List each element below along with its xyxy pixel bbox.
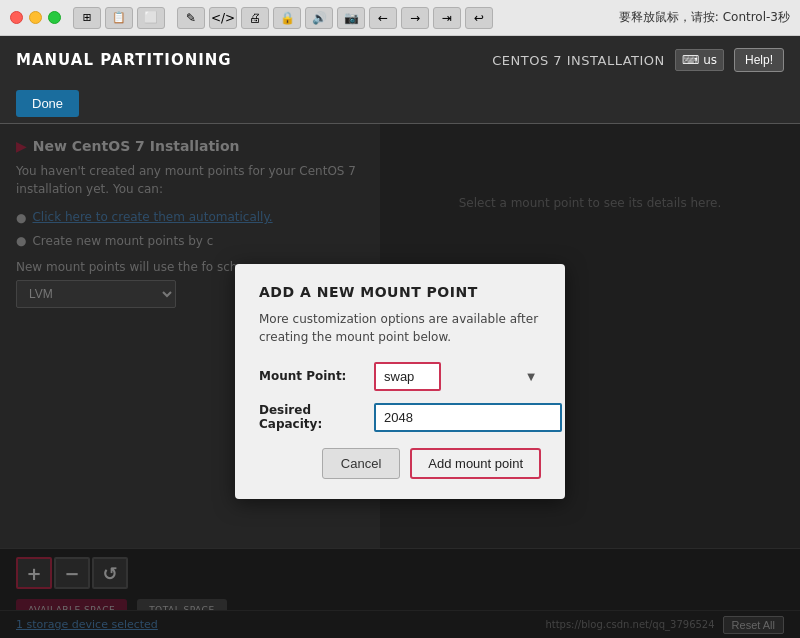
close-dot[interactable] bbox=[10, 11, 23, 24]
nav-cam-btn[interactable]: 📷 bbox=[337, 7, 365, 29]
capacity-field: Desired Capacity: bbox=[259, 403, 541, 432]
modal-overlay: ADD A NEW MOUNT POINT More customization… bbox=[0, 124, 800, 638]
window-btn[interactable]: ⬜ bbox=[137, 7, 165, 29]
maximize-dot[interactable] bbox=[48, 11, 61, 24]
nav-lock-btn[interactable]: 🔒 bbox=[273, 7, 301, 29]
screenshot-btn[interactable]: 📋 bbox=[105, 7, 133, 29]
titlebar: ⊞ 📋 ⬜ ✎ </> 🖨 🔒 🔊 📷 ← → ⇥ ↩ 要释放鼠标，请按: Co… bbox=[0, 0, 800, 36]
nav-extra-btn[interactable]: ⇥ bbox=[433, 7, 461, 29]
done-button[interactable]: Done bbox=[16, 90, 79, 117]
install-title: CENTOS 7 INSTALLATION bbox=[492, 53, 665, 68]
select-dropdown-icon: ▼ bbox=[527, 371, 535, 382]
keyboard-lang: us bbox=[703, 53, 717, 67]
modal-description: More customization options are available… bbox=[259, 310, 541, 346]
add-mount-point-dialog: ADD A NEW MOUNT POINT More customization… bbox=[235, 264, 565, 499]
main-content: ▶ New CentOS 7 Installation You haven't … bbox=[0, 124, 800, 638]
capacity-label: Desired Capacity: bbox=[259, 403, 374, 431]
window-controls bbox=[10, 11, 61, 24]
keyboard-icon: ⌨ bbox=[682, 53, 699, 67]
nav-fwd-btn[interactable]: → bbox=[401, 7, 429, 29]
help-button[interactable]: Help! bbox=[734, 48, 784, 72]
mount-point-select[interactable]: swap / /boot /home /boot/efi bbox=[374, 362, 441, 391]
sidebar-toggle-btn[interactable]: ⊞ bbox=[73, 7, 101, 29]
mount-point-label: Mount Point: bbox=[259, 369, 374, 383]
mount-point-select-wrapper: swap / /boot /home /boot/efi ▼ bbox=[374, 362, 541, 391]
minimize-dot[interactable] bbox=[29, 11, 42, 24]
modal-actions: Cancel Add mount point bbox=[259, 448, 541, 479]
modal-title: ADD A NEW MOUNT POINT bbox=[259, 284, 541, 300]
nav-print-btn[interactable]: 🖨 bbox=[241, 7, 269, 29]
nav-back-btn[interactable]: ← bbox=[369, 7, 397, 29]
toolbar: Done bbox=[0, 84, 800, 124]
nav-buttons: ✎ </> 🖨 🔒 🔊 📷 ← → ⇥ ↩ bbox=[177, 7, 493, 29]
nav-vol-btn[interactable]: 🔊 bbox=[305, 7, 333, 29]
capacity-input[interactable] bbox=[374, 403, 562, 432]
add-mount-point-button[interactable]: Add mount point bbox=[410, 448, 541, 479]
nav-extra2-btn[interactable]: ↩ bbox=[465, 7, 493, 29]
keyboard-selector[interactable]: ⌨ us bbox=[675, 49, 724, 71]
nav-code-btn[interactable]: </> bbox=[209, 7, 237, 29]
cancel-button[interactable]: Cancel bbox=[322, 448, 400, 479]
mount-point-field: Mount Point: swap / /boot /home /boot/ef… bbox=[259, 362, 541, 391]
titlebar-hint: 要释放鼠标，请按: Control-3秒 bbox=[619, 9, 790, 26]
nav-left1-btn[interactable]: ✎ bbox=[177, 7, 205, 29]
header-right: CENTOS 7 INSTALLATION ⌨ us Help! bbox=[492, 48, 784, 72]
app-header: MANUAL PARTITIONING CENTOS 7 INSTALLATIO… bbox=[0, 36, 800, 84]
app-title: MANUAL PARTITIONING bbox=[16, 51, 492, 69]
